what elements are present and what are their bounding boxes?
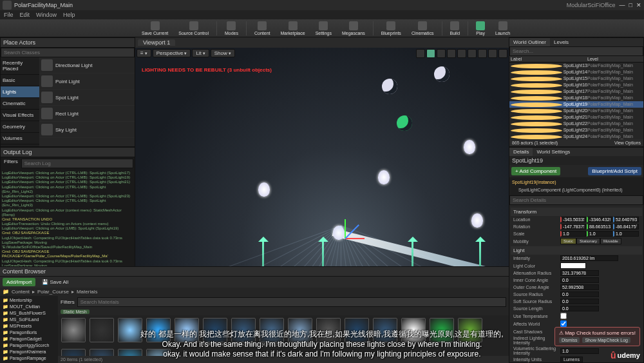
menu-edit[interactable]: Edit <box>20 12 30 18</box>
close-icon[interactable]: ✕ <box>636 2 641 8</box>
translate-icon[interactable] <box>426 49 435 58</box>
content-breadcrumb[interactable]: 📁 Content ▸ Polar_Course ▸ Materials <box>0 288 509 296</box>
tab-visual-effects[interactable]: Visual Effects <box>1 110 39 121</box>
place-item-sky[interactable]: Sky Light <box>39 122 135 138</box>
tree-item[interactable]: 📁 MS_BushFlowerS <box>1 310 57 317</box>
loc-y-input[interactable] <box>587 217 612 222</box>
tab-volumes[interactable]: Volumes <box>1 133 39 144</box>
light-color-swatch[interactable] <box>560 262 586 269</box>
outliner-table[interactable]: SpotLight13PolarFacilityMap_MainSpotLigh… <box>509 63 643 139</box>
tab-lights[interactable]: Lights <box>1 86 39 98</box>
outer-cone-input[interactable] <box>560 284 599 290</box>
tab-levels[interactable]: Levels <box>550 38 573 46</box>
snap-scale-icon[interactable] <box>478 49 487 58</box>
soft-source-input[interactable] <box>560 299 599 304</box>
section-light[interactable]: Light <box>511 246 642 255</box>
outliner-view-options[interactable]: View Options <box>614 141 641 145</box>
source-length-input[interactable] <box>560 306 599 311</box>
section-transform[interactable]: Transform <box>511 208 642 216</box>
blueprint-button[interactable]: Blueprint/Add Script <box>588 167 641 175</box>
megascans-button[interactable]: Megascans <box>338 20 369 37</box>
log-search-input[interactable] <box>21 159 133 168</box>
tab-basic[interactable]: Basic <box>1 75 39 86</box>
tab-cinematic[interactable]: Cinematic <box>1 98 39 110</box>
affects-world-check[interactable] <box>560 320 567 327</box>
filter-tag-static-mesh[interactable]: Static Mesh <box>61 309 90 314</box>
snap-angle-icon[interactable] <box>468 49 477 58</box>
rotate-icon[interactable] <box>437 49 446 58</box>
marketplace-button[interactable]: Marketplace <box>277 20 309 37</box>
outliner-row[interactable]: SpotLight23PolarFacilityMap_Main <box>509 127 643 133</box>
use-temperature-check[interactable] <box>560 313 567 319</box>
loc-z-input[interactable] <box>613 217 639 222</box>
build-button[interactable]: Build <box>446 20 464 37</box>
settings-button[interactable]: Settings <box>312 20 336 37</box>
content-button[interactable]: Content <box>251 20 274 37</box>
rot-z-input[interactable] <box>613 224 639 230</box>
loc-x-input[interactable] <box>560 217 586 222</box>
tab-recently-placed[interactable]: Recently Placed <box>1 57 39 75</box>
maximize-viewport-icon[interactable] <box>498 49 507 58</box>
outliner-row[interactable]: SpotLight22PolarFacilityMap_Main <box>509 121 643 127</box>
tab-world-outliner[interactable]: World Outliner <box>509 38 550 46</box>
play-button[interactable]: Play <box>472 20 489 37</box>
rot-x-input[interactable] <box>560 224 586 230</box>
launch-button[interactable]: Launch <box>491 20 514 37</box>
attenuation-input[interactable] <box>560 270 599 276</box>
mobility-static[interactable]: Static <box>560 238 576 244</box>
add-component-button[interactable]: + Add Component <box>511 167 560 175</box>
blueprints-button[interactable]: Blueprints <box>377 20 405 37</box>
menu-window[interactable]: Window <box>36 12 57 18</box>
intensity-input[interactable] <box>560 255 618 261</box>
place-item-directional[interactable]: Directional Light <box>39 57 135 74</box>
tree-item[interactable]: 📁 ParagonKhaimera <box>1 349 57 355</box>
menu-file[interactable]: File <box>4 12 14 18</box>
show-mapcheck-button[interactable]: Show MapCheck Log <box>582 337 630 343</box>
place-item-spot[interactable]: Spot Light <box>39 90 135 106</box>
snap-grid-icon[interactable] <box>457 49 466 58</box>
menu-help[interactable]: Help <box>63 12 75 18</box>
outliner-row[interactable]: SpotLight24PolarFacilityMap_Main <box>509 133 643 139</box>
tree-item[interactable]: 📁 ParagonGadget <box>1 336 57 342</box>
modes-button[interactable]: Modes <box>221 20 242 37</box>
viewport-tab-1[interactable]: Viewport 1 <box>138 39 175 46</box>
outliner-search-input[interactable] <box>509 46 643 56</box>
outliner-row[interactable]: SpotLight17PolarFacilityMap_Main <box>509 88 643 95</box>
scl-z-input[interactable] <box>613 231 639 237</box>
tree-item[interactable]: 📁 ParagonIggyScorch <box>1 342 57 349</box>
tab-geometry[interactable]: Geometry <box>1 121 39 133</box>
tree-item[interactable]: 📁 ParagonRampage <box>1 355 57 362</box>
content-search-input[interactable] <box>77 297 506 307</box>
log-filters[interactable]: Filters <box>2 159 20 168</box>
outliner-row[interactable]: SpotLight21PolarFacilityMap_Main <box>509 114 643 121</box>
save-all-button[interactable]: 💾 Save All <box>38 278 72 286</box>
cinematics-button[interactable]: Cinematics <box>408 20 438 37</box>
tree-item[interactable]: 📁 MOUT_Civilian <box>1 304 57 310</box>
scl-y-input[interactable] <box>587 231 612 237</box>
outliner-row[interactable]: SpotLight13PolarFacilityMap_Main <box>509 63 643 69</box>
component-tree[interactable]: SpotLight19(Instance) SpotLightComponent… <box>509 177 643 195</box>
save-button[interactable]: Save Current <box>138 20 172 37</box>
tab-details[interactable]: Details <box>509 148 533 156</box>
tree-item[interactable]: 📁 Mentorship <box>1 297 57 304</box>
viewport-lit-button[interactable]: Lit <box>192 49 209 57</box>
select-icon[interactable] <box>416 49 425 58</box>
details-search-input[interactable] <box>509 195 643 205</box>
outliner-row[interactable]: SpotLight19PolarFacilityMap_Main <box>509 101 643 108</box>
viewport-show-button[interactable]: Show <box>211 49 235 57</box>
source-control-button[interactable]: Source Control <box>175 20 213 37</box>
rot-y-input[interactable] <box>587 224 612 230</box>
tree-item[interactable]: 📁 ParagonBoris <box>1 329 57 336</box>
place-search-input[interactable] <box>1 48 135 57</box>
tree-item[interactable]: 📁 MS_SciFiLand <box>1 317 57 323</box>
place-item-rect[interactable]: Rect Light <box>39 106 135 122</box>
details-actor-name[interactable]: SpotLight19 <box>509 156 643 165</box>
viewport-perspective-button[interactable]: Perspective <box>153 49 191 57</box>
outliner-row[interactable]: SpotLight16PolarFacilityMap_Main <box>509 82 643 88</box>
add-import-button[interactable]: Add/Import <box>3 278 35 286</box>
transform-gizmo[interactable] <box>333 226 359 251</box>
maximize-icon[interactable]: □ <box>629 2 632 8</box>
tree-item[interactable]: 📁 MSPresets <box>1 323 57 329</box>
outliner-row[interactable]: SpotLight20PolarFacilityMap_Main <box>509 108 643 114</box>
outliner-row[interactable]: SpotLight18PolarFacilityMap_Main <box>509 95 643 101</box>
